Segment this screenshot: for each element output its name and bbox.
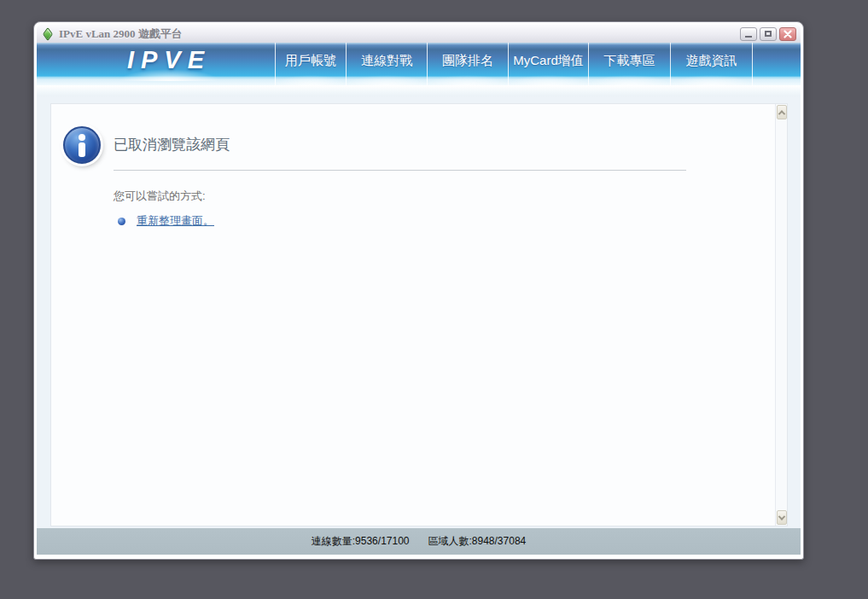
brand-logo: IPVE bbox=[84, 43, 254, 78]
status-region-players: 區域人數:8948/37084 bbox=[428, 534, 527, 549]
app-icon bbox=[42, 28, 54, 40]
browser-content-panel: 已取消瀏覽該網頁 您可以嘗試的方式: 重新整理畫面。 bbox=[50, 103, 788, 526]
desktop-background: { "window": { "title": "IPvE vLan 2900 遊… bbox=[0, 0, 868, 599]
error-heading: 已取消瀏覽該網頁 bbox=[114, 135, 230, 154]
scroll-down-button[interactable] bbox=[777, 510, 787, 525]
window-title: IPvE vLan 2900 遊戲平台 bbox=[59, 26, 183, 42]
nav-item-label: MyCard增值 bbox=[513, 53, 584, 69]
brand-logo-text: IPVE bbox=[127, 46, 211, 74]
nav-item-label: 遊戲資訊 bbox=[686, 53, 737, 69]
nav-item-download-zone[interactable]: 下載專區 bbox=[589, 43, 671, 85]
page-body: 已取消瀏覽該網頁 您可以嘗試的方式: 重新整理畫面。 bbox=[37, 96, 801, 528]
vertical-scrollbar[interactable] bbox=[775, 104, 787, 526]
close-button[interactable] bbox=[779, 27, 796, 41]
nav-item-online-battle[interactable]: 連線對戰 bbox=[347, 43, 428, 85]
close-icon bbox=[784, 30, 792, 38]
scroll-up-button[interactable] bbox=[777, 105, 787, 119]
nav-item-label: 團隊排名 bbox=[442, 53, 493, 69]
window-controls bbox=[740, 27, 796, 41]
window-bottom-padding bbox=[37, 555, 801, 556]
minimize-icon bbox=[745, 36, 752, 38]
app-window: IPvE vLan 2900 遊戲平台 IPVE 用戶帳號 連線對 bbox=[33, 21, 804, 560]
nav-item-user-account[interactable]: 用戶帳號 bbox=[275, 43, 347, 85]
info-icon bbox=[63, 126, 101, 164]
nav-menu: 用戶帳號 連線對戰 團隊排名 MyCard增值 下載專區 遊戲資訊 bbox=[275, 43, 753, 85]
nav-item-mycard-topup[interactable]: MyCard增值 bbox=[509, 43, 589, 85]
scroll-up-icon bbox=[778, 110, 784, 117]
maximize-icon bbox=[765, 31, 772, 37]
nav-item-label: 連線對戰 bbox=[361, 53, 412, 69]
heading-divider bbox=[114, 170, 686, 171]
refresh-page-link[interactable]: 重新整理畫面。 bbox=[137, 213, 214, 229]
nav-item-label: 下載專區 bbox=[604, 53, 655, 69]
status-bar: 連線數量:9536/17100 區域人數:8948/37084 bbox=[37, 528, 801, 555]
nav-item-game-info[interactable]: 遊戲資訊 bbox=[671, 43, 753, 85]
status-connections: 連線數量:9536/17100 bbox=[312, 534, 410, 549]
nav-fade-strip bbox=[37, 85, 801, 96]
minimize-button[interactable] bbox=[740, 27, 757, 41]
maximize-button[interactable] bbox=[760, 27, 777, 41]
tip-intro-text: 您可以嘗試的方式: bbox=[114, 189, 206, 204]
title-bar: IPvE vLan 2900 遊戲平台 bbox=[37, 25, 801, 43]
nav-bar: IPVE 用戶帳號 連線對戰 團隊排名 MyCard增值 下載專區 遊戲資訊 bbox=[37, 43, 801, 85]
tip-list-item: 重新整理畫面。 bbox=[118, 213, 214, 229]
nav-item-label: 用戶帳號 bbox=[285, 53, 336, 69]
bullet-icon bbox=[118, 218, 125, 225]
scroll-down-icon bbox=[778, 513, 784, 520]
error-page: 已取消瀏覽該網頁 您可以嘗試的方式: 重新整理畫面。 bbox=[51, 104, 775, 526]
nav-item-team-ranking[interactable]: 團隊排名 bbox=[428, 43, 509, 85]
